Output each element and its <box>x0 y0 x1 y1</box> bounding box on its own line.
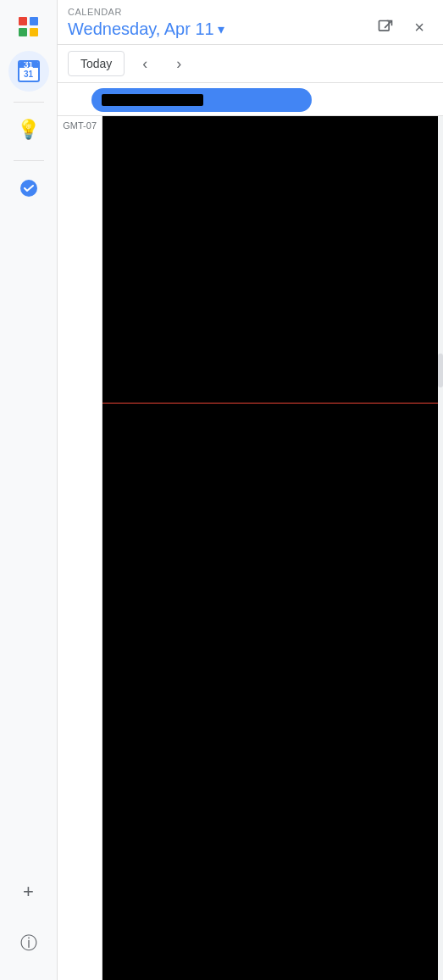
close-icon: × <box>414 18 424 37</box>
plus-icon: + <box>23 881 34 903</box>
open-external-button[interactable] <box>372 14 399 41</box>
header-actions: × <box>372 7 433 41</box>
sidebar-item-reminders[interactable]: 💡 <box>8 109 49 150</box>
next-icon: › <box>176 55 181 73</box>
gmt-label: GMT-07 <box>58 116 102 133</box>
next-button[interactable]: › <box>165 50 192 77</box>
event-bar-container <box>91 88 429 112</box>
logo-red <box>19 17 27 25</box>
svg-line-2 <box>385 21 391 28</box>
info-icon: ⓘ <box>20 932 37 955</box>
header: CALENDAR Wednesday, Apr 11 ▾ × <box>58 0 443 45</box>
current-time-line <box>102 403 438 404</box>
external-link-icon <box>377 19 394 36</box>
header-date-text: Wednesday, Apr 11 <box>68 18 214 40</box>
day-column[interactable] <box>102 116 443 980</box>
time-gutter: GMT-07 <box>58 116 102 980</box>
bulb-icon: 💡 <box>17 119 40 141</box>
prev-icon: ‹ <box>142 55 147 73</box>
calendar-icon-top: 31 <box>19 62 38 68</box>
sidebar-item-add[interactable]: + <box>8 871 49 912</box>
scrollbar-thumb[interactable] <box>438 354 443 387</box>
date-chevron-icon[interactable]: ▾ <box>218 21 224 37</box>
sidebar-item-calendar[interactable]: 31 31 <box>8 51 49 92</box>
scrollbar-track[interactable] <box>438 116 443 980</box>
sidebar: 31 31 💡 + ⓘ <box>0 0 58 980</box>
sidebar-item-info[interactable]: ⓘ <box>8 922 49 963</box>
event-bar-area <box>58 83 443 116</box>
header-left: CALENDAR Wednesday, Apr 11 ▾ <box>68 7 224 40</box>
logo-blue <box>30 17 38 25</box>
header-date-row: Wednesday, Apr 11 ▾ <box>68 18 224 40</box>
event-bar[interactable] <box>91 88 312 112</box>
event-bar-title-redacted <box>102 94 203 106</box>
google-logo[interactable] <box>8 7 49 47</box>
logo-green <box>19 28 27 36</box>
tasks-icon <box>19 178 39 198</box>
calendar-icon-body: 31 <box>19 68 38 81</box>
prev-button[interactable]: ‹ <box>131 50 158 77</box>
calendar-icon: 31 31 <box>18 60 40 82</box>
sidebar-divider-2 <box>14 160 44 161</box>
main-content: CALENDAR Wednesday, Apr 11 ▾ × Today ‹ <box>58 0 443 980</box>
logo-yellow <box>30 28 38 36</box>
sidebar-item-tasks[interactable] <box>8 168 49 209</box>
sidebar-divider-1 <box>14 102 44 103</box>
today-button[interactable]: Today <box>68 51 125 76</box>
nav-bar: Today ‹ › <box>58 45 443 83</box>
close-button[interactable]: × <box>406 14 433 41</box>
calendar-body: GMT-07 <box>58 116 443 980</box>
app-label: CALENDAR <box>68 7 224 18</box>
sidebar-bottom: + ⓘ <box>8 871 49 966</box>
